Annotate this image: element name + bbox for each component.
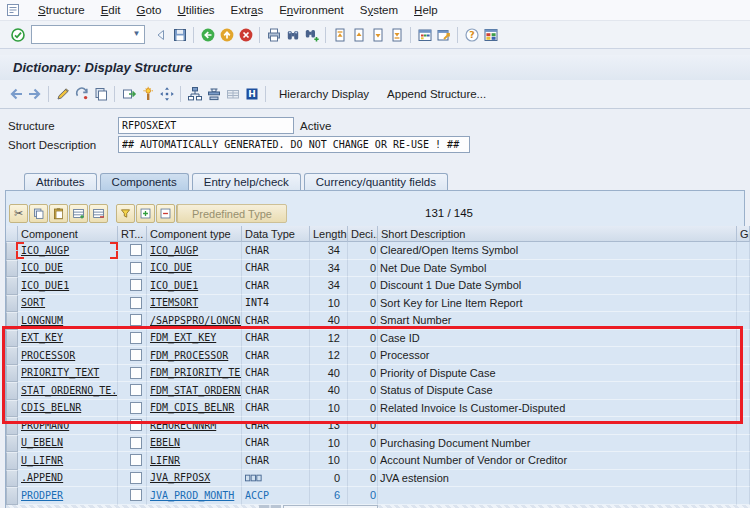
component-link[interactable]: PRODPER [18, 490, 63, 501]
row-selector[interactable] [6, 347, 18, 365]
hierarchy-display-button[interactable]: Hierarchy Display [270, 85, 378, 103]
rt-checkbox[interactable] [130, 262, 142, 274]
component-link[interactable]: U_EBELN [18, 437, 63, 448]
row-selector[interactable] [6, 417, 18, 435]
component-type-link[interactable]: ITEMSORT [147, 297, 198, 308]
row-selector[interactable] [6, 260, 18, 278]
rt-checkbox[interactable] [130, 314, 142, 326]
collapse-icon[interactable] [156, 204, 175, 223]
row-selector[interactable] [6, 470, 18, 488]
component-link[interactable]: ICO_DUE [18, 262, 63, 273]
column-header-data-type[interactable]: Data Type [242, 226, 310, 242]
activate-icon[interactable] [138, 85, 157, 104]
last-page-icon[interactable] [387, 25, 406, 44]
column-header-length[interactable]: Length [310, 226, 348, 242]
row-selector[interactable] [6, 400, 18, 418]
row-selector[interactable] [6, 295, 18, 313]
copy-icon[interactable] [29, 204, 48, 223]
component-type-link[interactable]: REHORECNNRM [147, 420, 216, 431]
system-menu-icon[interactable] [6, 3, 20, 17]
component-link[interactable]: SORT [18, 297, 45, 308]
component-type-link[interactable]: JVA_RFPOSX [147, 472, 210, 483]
choose-icon[interactable] [116, 204, 135, 223]
component-link[interactable]: PRIORITY_TEXT [18, 367, 99, 378]
levels-icon[interactable] [204, 85, 223, 104]
append-structure-button[interactable]: Append Structure... [378, 85, 495, 103]
hierarchy-icon[interactable] [185, 85, 204, 104]
component-link[interactable]: STAT_ORDERNO_TE.. [18, 385, 118, 396]
rt-checkbox[interactable] [130, 454, 142, 466]
row-selector[interactable] [6, 277, 18, 295]
component-type-link[interactable]: FDM_CDIS_BELNR [147, 402, 234, 413]
rt-checkbox[interactable] [130, 419, 142, 431]
component-link[interactable]: ICO_DUE1 [18, 280, 69, 291]
column-header-component[interactable]: Component [18, 226, 118, 242]
component-type-link[interactable]: EBELN [147, 437, 180, 448]
shortcut-icon[interactable] [434, 25, 453, 44]
next-page-icon[interactable] [368, 25, 387, 44]
component-link[interactable]: PROPMANO [18, 420, 69, 431]
delete-row-icon[interactable] [89, 204, 108, 223]
forward-nav-icon[interactable] [25, 85, 44, 104]
menu-edit[interactable]: Edit [93, 2, 129, 18]
rt-checkbox[interactable] [130, 367, 142, 379]
menu-environment[interactable]: Environment [271, 2, 352, 18]
technical-info-icon[interactable]: H [242, 85, 261, 104]
component-link[interactable]: EXT_KEY [18, 332, 63, 343]
back-nav-icon[interactable] [6, 85, 25, 104]
save-icon[interactable] [170, 25, 189, 44]
row-selector[interactable] [6, 382, 18, 400]
refresh-icon[interactable] [72, 85, 91, 104]
rt-checkbox[interactable] [130, 297, 142, 309]
navigate-icon[interactable] [157, 85, 176, 104]
first-page-icon[interactable] [330, 25, 349, 44]
insert-row-icon[interactable] [69, 204, 88, 223]
print-icon[interactable] [264, 25, 283, 44]
component-type-link[interactable]: /SAPPSPRO/LONGN.. [147, 315, 242, 326]
component-type-link[interactable]: FDM_EXT_KEY [147, 332, 216, 343]
command-field[interactable]: ▼ [31, 25, 145, 44]
component-type-link[interactable]: FDM_PRIORITY_TE.. [147, 367, 242, 378]
table-contents-icon[interactable] [223, 85, 242, 104]
display-change-icon[interactable] [53, 85, 72, 104]
expand-icon[interactable] [136, 204, 155, 223]
column-header-group[interactable]: Gr [737, 226, 750, 242]
exit-icon[interactable] [217, 25, 236, 44]
layout-icon[interactable] [481, 25, 500, 44]
enter-icon[interactable] [8, 25, 27, 44]
component-type-link[interactable]: FDM_PROCESSOR [147, 350, 228, 361]
rt-checkbox[interactable] [130, 279, 142, 291]
row-selector[interactable] [6, 365, 18, 383]
row-selector[interactable] [6, 330, 18, 348]
find-next-icon[interactable] [302, 25, 321, 44]
component-link[interactable]: CDIS_BELNR [18, 402, 81, 413]
short-description-input[interactable] [118, 136, 470, 153]
menu-help[interactable]: Help [406, 2, 446, 18]
cancel-icon[interactable] [236, 25, 255, 44]
cut-icon[interactable]: ✂ [9, 204, 28, 223]
row-selector[interactable] [6, 435, 18, 453]
previous-page-icon[interactable] [349, 25, 368, 44]
tab-attributes[interactable]: Attributes [24, 173, 97, 190]
component-type-link[interactable]: ICO_AUGP [147, 245, 198, 256]
component-link[interactable]: .APPEND [18, 472, 63, 483]
component-type-link[interactable]: JVA_PROD_MONTH [147, 490, 234, 501]
command-history-icon[interactable] [151, 25, 170, 44]
find-icon[interactable] [283, 25, 302, 44]
menu-system[interactable]: System [352, 2, 406, 18]
menu-structure[interactable]: Structure [30, 2, 93, 18]
component-link[interactable]: U_LIFNR [18, 455, 63, 466]
column-header-decimals[interactable]: Deci... [348, 226, 378, 242]
rt-checkbox[interactable] [130, 349, 142, 361]
back-icon[interactable] [198, 25, 217, 44]
predefined-type-button[interactable]: Predefined Type [177, 204, 287, 223]
where-used-icon[interactable] [119, 85, 138, 104]
component-type-link[interactable]: ICO_DUE1 [147, 280, 198, 291]
row-selector[interactable] [6, 487, 18, 505]
tab-components[interactable]: Components [100, 173, 189, 190]
rt-checkbox[interactable] [130, 437, 142, 449]
tab-entry-help-check[interactable]: Entry help/check [192, 173, 301, 190]
paste-icon[interactable] [49, 204, 68, 223]
new-session-icon[interactable] [415, 25, 434, 44]
rt-checkbox[interactable] [130, 402, 142, 414]
